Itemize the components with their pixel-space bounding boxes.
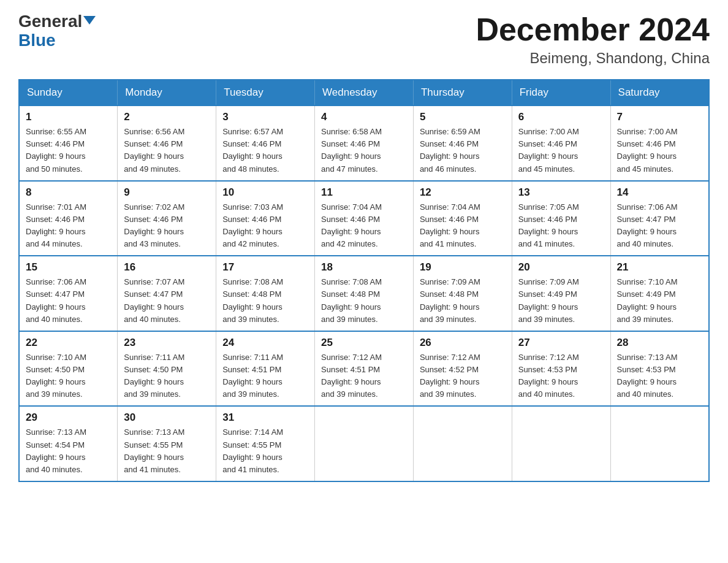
title-area: December 2024 Beimeng, Shandong, China (476, 12, 710, 67)
day-cell: 28 Sunrise: 7:13 AM Sunset: 4:53 PM Dayl… (610, 331, 709, 407)
day-info: Sunrise: 7:00 AM Sunset: 4:46 PM Dayligh… (617, 126, 702, 175)
day-cell: 15 Sunrise: 7:06 AM Sunset: 4:47 PM Dayl… (19, 256, 118, 331)
day-number: 4 (321, 111, 407, 123)
week-row-4: 22 Sunrise: 7:10 AM Sunset: 4:50 PM Dayl… (19, 331, 709, 407)
day-info: Sunrise: 7:12 AM Sunset: 4:52 PM Dayligh… (420, 351, 506, 401)
day-cell: 27 Sunrise: 7:12 AM Sunset: 4:53 PM Dayl… (512, 331, 610, 407)
day-cell: 13 Sunrise: 7:05 AM Sunset: 4:46 PM Dayl… (512, 181, 610, 256)
day-number: 22 (26, 337, 111, 349)
weekday-header-wednesday: Wednesday (315, 80, 414, 105)
header: General Blue December 2024 Beimeng, Shan… (18, 12, 710, 67)
weekday-header-sunday: Sunday (19, 80, 118, 105)
day-info: Sunrise: 6:58 AM Sunset: 4:46 PM Dayligh… (321, 126, 407, 175)
day-number: 26 (420, 337, 506, 349)
day-info: Sunrise: 7:01 AM Sunset: 4:46 PM Dayligh… (26, 201, 111, 251)
day-cell: 6 Sunrise: 7:00 AM Sunset: 4:46 PM Dayli… (512, 105, 610, 181)
day-cell: 31 Sunrise: 7:14 AM Sunset: 4:55 PM Dayl… (216, 406, 315, 481)
day-cell: 10 Sunrise: 7:03 AM Sunset: 4:46 PM Dayl… (216, 181, 315, 256)
month-title: December 2024 (476, 12, 710, 47)
logo-triangle-icon (83, 16, 96, 25)
day-number: 5 (420, 111, 506, 123)
day-cell: 21 Sunrise: 7:10 AM Sunset: 4:49 PM Dayl… (610, 256, 709, 331)
day-info: Sunrise: 7:00 AM Sunset: 4:46 PM Dayligh… (518, 126, 604, 175)
weekday-header-saturday: Saturday (610, 80, 709, 105)
day-info: Sunrise: 7:06 AM Sunset: 4:47 PM Dayligh… (26, 276, 111, 326)
day-number: 13 (518, 186, 604, 199)
day-info: Sunrise: 7:06 AM Sunset: 4:47 PM Dayligh… (617, 201, 702, 251)
day-cell: 23 Sunrise: 7:11 AM Sunset: 4:50 PM Dayl… (118, 331, 216, 407)
day-cell: 24 Sunrise: 7:11 AM Sunset: 4:51 PM Dayl… (216, 331, 315, 407)
day-number: 24 (222, 337, 308, 349)
day-number: 14 (617, 186, 702, 199)
day-cell: 7 Sunrise: 7:00 AM Sunset: 4:46 PM Dayli… (610, 105, 709, 181)
day-cell: 4 Sunrise: 6:58 AM Sunset: 4:46 PM Dayli… (315, 105, 414, 181)
week-row-2: 8 Sunrise: 7:01 AM Sunset: 4:46 PM Dayli… (19, 181, 709, 256)
day-info: Sunrise: 6:57 AM Sunset: 4:46 PM Dayligh… (222, 126, 308, 175)
day-number: 31 (222, 412, 308, 424)
day-cell: 30 Sunrise: 7:13 AM Sunset: 4:55 PM Dayl… (118, 406, 216, 481)
day-cell (315, 406, 414, 481)
week-row-5: 29 Sunrise: 7:13 AM Sunset: 4:54 PM Dayl… (19, 406, 709, 481)
day-cell: 25 Sunrise: 7:12 AM Sunset: 4:51 PM Dayl… (315, 331, 414, 407)
day-number: 21 (617, 261, 702, 274)
day-info: Sunrise: 7:07 AM Sunset: 4:47 PM Dayligh… (124, 276, 210, 326)
day-cell: 26 Sunrise: 7:12 AM Sunset: 4:52 PM Dayl… (413, 331, 512, 407)
day-info: Sunrise: 7:03 AM Sunset: 4:46 PM Dayligh… (222, 201, 308, 251)
weekday-header-row: SundayMondayTuesdayWednesdayThursdayFrid… (19, 80, 709, 105)
day-number: 19 (420, 261, 506, 274)
day-number: 15 (26, 261, 111, 274)
logo: General Blue (18, 12, 96, 50)
day-info: Sunrise: 7:05 AM Sunset: 4:46 PM Dayligh… (518, 201, 604, 251)
day-cell: 3 Sunrise: 6:57 AM Sunset: 4:46 PM Dayli… (216, 105, 315, 181)
day-number: 27 (518, 337, 604, 349)
day-info: Sunrise: 7:02 AM Sunset: 4:46 PM Dayligh… (124, 201, 210, 251)
day-number: 25 (321, 337, 407, 349)
day-cell (413, 406, 512, 481)
logo-general-text: General (18, 12, 82, 31)
day-number: 29 (26, 412, 111, 424)
day-info: Sunrise: 7:12 AM Sunset: 4:51 PM Dayligh… (321, 351, 407, 401)
day-number: 12 (420, 186, 506, 199)
day-info: Sunrise: 7:13 AM Sunset: 4:53 PM Dayligh… (617, 351, 702, 401)
day-number: 10 (222, 186, 308, 199)
day-info: Sunrise: 7:11 AM Sunset: 4:50 PM Dayligh… (124, 351, 210, 401)
day-cell: 17 Sunrise: 7:08 AM Sunset: 4:48 PM Dayl… (216, 256, 315, 331)
day-number: 28 (617, 337, 702, 349)
day-number: 8 (26, 186, 111, 199)
calendar-table: SundayMondayTuesdayWednesdayThursdayFrid… (18, 79, 710, 482)
weekday-header-thursday: Thursday (413, 80, 512, 105)
day-info: Sunrise: 7:04 AM Sunset: 4:46 PM Dayligh… (420, 201, 506, 251)
day-cell: 29 Sunrise: 7:13 AM Sunset: 4:54 PM Dayl… (19, 406, 118, 481)
day-number: 2 (124, 111, 210, 123)
day-info: Sunrise: 7:08 AM Sunset: 4:48 PM Dayligh… (321, 276, 407, 326)
day-info: Sunrise: 7:13 AM Sunset: 4:54 PM Dayligh… (26, 426, 111, 476)
weekday-header-monday: Monday (118, 80, 216, 105)
day-number: 7 (617, 111, 702, 123)
day-cell: 9 Sunrise: 7:02 AM Sunset: 4:46 PM Dayli… (118, 181, 216, 256)
day-number: 17 (222, 261, 308, 274)
location-title: Beimeng, Shandong, China (476, 50, 710, 67)
day-number: 6 (518, 111, 604, 123)
weekday-header-friday: Friday (512, 80, 610, 105)
day-number: 3 (222, 111, 308, 123)
day-info: Sunrise: 7:12 AM Sunset: 4:53 PM Dayligh… (518, 351, 604, 401)
day-info: Sunrise: 7:10 AM Sunset: 4:50 PM Dayligh… (26, 351, 111, 401)
day-number: 1 (26, 111, 111, 123)
day-cell: 1 Sunrise: 6:55 AM Sunset: 4:46 PM Dayli… (19, 105, 118, 181)
week-row-3: 15 Sunrise: 7:06 AM Sunset: 4:47 PM Dayl… (19, 256, 709, 331)
day-number: 16 (124, 261, 210, 274)
day-number: 9 (124, 186, 210, 199)
day-info: Sunrise: 7:10 AM Sunset: 4:49 PM Dayligh… (617, 276, 702, 326)
day-info: Sunrise: 7:09 AM Sunset: 4:48 PM Dayligh… (420, 276, 506, 326)
day-cell: 2 Sunrise: 6:56 AM Sunset: 4:46 PM Dayli… (118, 105, 216, 181)
day-cell: 12 Sunrise: 7:04 AM Sunset: 4:46 PM Dayl… (413, 181, 512, 256)
day-cell: 16 Sunrise: 7:07 AM Sunset: 4:47 PM Dayl… (118, 256, 216, 331)
day-number: 11 (321, 186, 407, 199)
day-cell (512, 406, 610, 481)
day-info: Sunrise: 7:09 AM Sunset: 4:49 PM Dayligh… (518, 276, 604, 326)
day-cell: 5 Sunrise: 6:59 AM Sunset: 4:46 PM Dayli… (413, 105, 512, 181)
day-info: Sunrise: 6:59 AM Sunset: 4:46 PM Dayligh… (420, 126, 506, 175)
day-cell: 14 Sunrise: 7:06 AM Sunset: 4:47 PM Dayl… (610, 181, 709, 256)
logo-blue-text: Blue (18, 31, 96, 50)
day-number: 20 (518, 261, 604, 274)
